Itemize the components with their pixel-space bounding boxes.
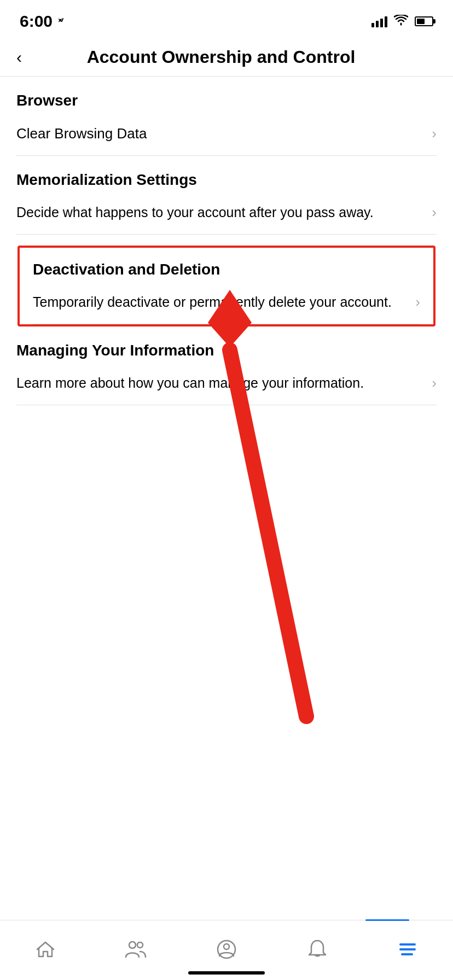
section-header-managing: Managing Your Information	[16, 342, 437, 359]
friends-icon	[125, 940, 147, 959]
bell-icon	[308, 940, 327, 959]
tab-notifications[interactable]	[272, 940, 363, 959]
svg-point-5	[224, 944, 229, 949]
page-title: Account Ownership and Control	[35, 47, 407, 67]
content: Browser Clear Browsing Data › Memorializ…	[0, 77, 453, 405]
section-managing: Managing Your Information Learn more abo…	[0, 326, 453, 405]
menu-icon	[399, 943, 416, 955]
svg-point-2	[129, 942, 136, 948]
status-time: 6:00	[20, 12, 65, 31]
nav-header: ‹ Account Ownership and Control	[0, 38, 453, 77]
memorialization-settings-item[interactable]: Decide what happens to your account afte…	[16, 191, 437, 235]
svg-point-3	[137, 942, 143, 948]
home-icon	[36, 940, 55, 959]
chevron-icon: ›	[432, 125, 437, 142]
clear-browsing-data-item[interactable]: Clear Browsing Data ›	[16, 112, 437, 156]
status-bar: 6:00	[0, 0, 453, 38]
memorialization-settings-label: Decide what happens to your account afte…	[16, 203, 432, 222]
deactivation-deletion-item[interactable]: Temporarily deactivate or permanently de…	[33, 281, 420, 324]
chevron-icon: ›	[432, 375, 437, 392]
managing-info-item[interactable]: Learn more about how you can manage your…	[16, 361, 437, 405]
signal-icon	[371, 15, 387, 27]
tab-friends[interactable]	[91, 940, 182, 959]
home-indicator	[188, 971, 265, 975]
wifi-icon	[394, 15, 408, 28]
section-header-browser: Browser	[16, 92, 437, 109]
section-memorialization: Memorialization Settings Decide what hap…	[0, 156, 453, 235]
battery-icon	[415, 16, 433, 26]
tab-profile[interactable]	[181, 940, 272, 959]
section-deactivation: Deactivation and Deletion Temporarily de…	[18, 246, 435, 326]
tab-home[interactable]	[0, 940, 91, 959]
section-header-memorialization: Memorialization Settings	[16, 171, 437, 189]
profile-icon	[217, 940, 236, 959]
managing-info-label: Learn more about how you can manage your…	[16, 374, 432, 393]
section-deactivation-wrapper: Deactivation and Deletion Temporarily de…	[0, 235, 453, 326]
location-icon	[56, 17, 65, 26]
status-icons	[371, 15, 433, 28]
back-button[interactable]: ‹	[16, 48, 22, 67]
clear-browsing-data-label: Clear Browsing Data	[16, 124, 432, 143]
chevron-icon: ›	[432, 204, 437, 221]
chevron-icon: ›	[415, 294, 420, 311]
section-browser: Browser Clear Browsing Data ›	[0, 77, 453, 156]
tab-menu[interactable]	[362, 943, 453, 955]
active-tab-indicator	[365, 919, 409, 921]
section-header-deactivation: Deactivation and Deletion	[33, 261, 420, 278]
deactivation-deletion-label: Temporarily deactivate or permanently de…	[33, 293, 415, 312]
